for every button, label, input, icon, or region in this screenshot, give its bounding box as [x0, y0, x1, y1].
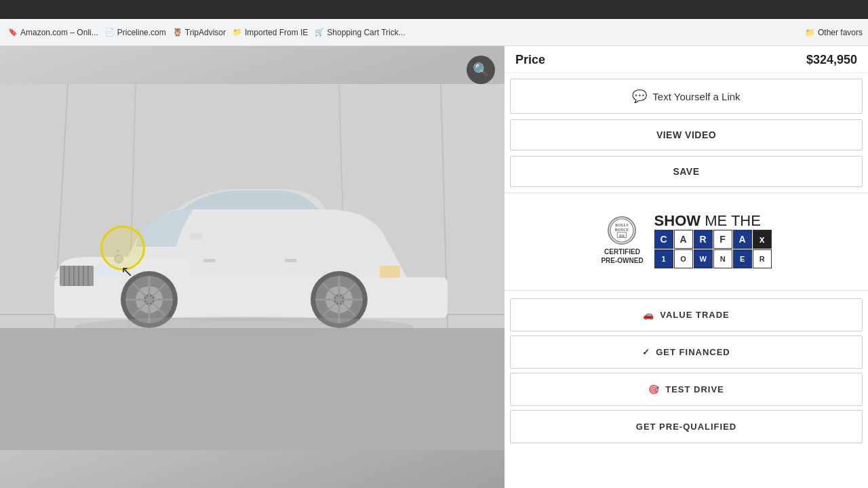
view-video-label: VIEW VIDEO — [656, 129, 716, 140]
test-drive-label: TEST DRIVE — [665, 384, 724, 394]
svg-text:ROLLS: ROLLS — [616, 223, 629, 227]
get-financed-label: GET FINANCED — [656, 347, 730, 357]
price-row: Price $324,950 — [505, 46, 868, 73]
owner-cell-o: O — [674, 249, 693, 268]
svg-text:ROYCE: ROYCE — [615, 227, 629, 231]
svg-text:✦: ✦ — [115, 247, 121, 255]
browser-titlebar — [0, 0, 868, 19]
text-link-label: Text Yourself a Link — [652, 91, 740, 102]
shopping-icon: 🛒 — [315, 28, 324, 37]
svg-point-38 — [115, 255, 123, 263]
bookmark-priceline[interactable]: 📄 Priceline.com — [102, 26, 169, 39]
svg-rect-36 — [285, 259, 297, 262]
divider-1 — [505, 192, 868, 193]
chat-icon: 💬 — [632, 89, 647, 104]
page-content: ✦ ↖ 🔍 Price $324,950 💬 Text Yourself a L… — [0, 46, 868, 488]
car-svg: ✦ — [0, 84, 505, 450]
bookmark-tripadvisor[interactable]: 🦉 TripAdvisor — [170, 26, 229, 39]
carfax-letter-c: C — [654, 230, 673, 249]
details-panel: Price $324,950 💬 Text Yourself a Link VI… — [505, 46, 868, 488]
bottom-buttons: 🚗 VALUE TRADE ✓ GET FINANCED 🎯 TEST DRIV… — [505, 296, 868, 445]
price-value: $324,950 — [806, 53, 857, 67]
tripadvisor-icon: 🦉 — [173, 28, 182, 37]
save-button[interactable]: SAVE — [510, 156, 863, 187]
owner-cell-r: R — [753, 249, 772, 268]
svg-rect-17 — [95, 264, 119, 277]
svg-rect-18 — [380, 266, 400, 278]
get-pre-qualified-button[interactable]: GET PRE-QUALIFIED — [510, 410, 863, 443]
rolls-logo: ROLLS ROYCE RR — [608, 216, 636, 245]
get-pre-qualified-label: GET PRE-QUALIFIED — [636, 422, 736, 432]
carfax-letter-a2: A — [733, 230, 752, 249]
folder-icon: 📁 — [805, 28, 815, 37]
steering-icon: 🎯 — [648, 384, 660, 394]
car-image: ✦ ↖ 🔍 — [0, 46, 505, 488]
browser-toolbar: 🔖 Amazon.com – Onli... 📄 Priceline.com 🦉… — [0, 19, 868, 46]
imported-icon: 📁 — [233, 28, 242, 37]
car-trade-icon: 🚗 — [643, 310, 654, 320]
svg-text:RR: RR — [619, 233, 625, 237]
svg-rect-37 — [190, 233, 202, 240]
show-me-the-text: SHOW ME THE — [654, 212, 761, 230]
car-image-area: ✦ ↖ 🔍 — [0, 46, 505, 488]
svg-rect-35 — [203, 259, 216, 262]
zoom-button[interactable]: 🔍 — [467, 56, 495, 84]
bookmarks-bar: 🔖 Amazon.com – Onli... 📄 Priceline.com 🦉… — [5, 26, 801, 39]
rolls-royce-badge: ROLLS ROYCE RR CERTIFIED PRE-OWNED — [601, 216, 643, 265]
carfax-letter-f: F — [713, 230, 732, 249]
svg-rect-9 — [54, 277, 448, 318]
owner-cell-e: E — [733, 249, 752, 268]
divider-2 — [505, 290, 868, 291]
bookmark-shopping[interactable]: 🛒 Shopping Cart Trick... — [312, 26, 408, 39]
owner-cell-w: W — [694, 249, 713, 268]
zoom-icon: 🔍 — [473, 62, 490, 78]
other-favorites: 📁 Other favors — [805, 28, 863, 37]
test-drive-button[interactable]: 🎯 TEST DRIVE — [510, 373, 863, 406]
owner-cell-n: N — [713, 249, 732, 268]
one-owner-row: 1 O W N E R — [654, 249, 772, 268]
carfax-letter-x: x — [753, 230, 772, 249]
check-icon: ✓ — [642, 347, 650, 357]
svg-point-40 — [75, 317, 414, 337]
price-label: Price — [515, 53, 545, 67]
text-yourself-link-button[interactable]: 💬 Text Yourself a Link — [510, 79, 863, 114]
cursor-arrow: ↖ — [121, 263, 133, 281]
save-label: SAVE — [673, 166, 699, 177]
value-trade-label: VALUE TRADE — [660, 310, 729, 320]
owner-cell-1: 1 — [654, 249, 673, 268]
carfax-logo[interactable]: SHOW ME THE C A R F A x 1 O W N E — [654, 212, 772, 268]
bookmark-imported[interactable]: 📁 Imported From IE — [230, 26, 311, 39]
priceline-icon: 📄 — [105, 28, 115, 37]
view-video-button[interactable]: VIEW VIDEO — [510, 119, 863, 150]
certified-text: CERTIFIED PRE-OWNED — [601, 247, 643, 265]
carfax-area: ROLLS ROYCE RR CERTIFIED PRE-OWNED SHOW … — [510, 201, 863, 282]
carfax-letter-r: R — [694, 230, 713, 249]
bookmark-amazon[interactable]: 🔖 Amazon.com – Onli... — [5, 26, 101, 39]
carfax-letter-a: A — [674, 230, 693, 249]
get-financed-button[interactable]: ✓ GET FINANCED — [510, 336, 863, 369]
amazon-icon: 🔖 — [8, 28, 18, 37]
value-trade-button[interactable]: 🚗 VALUE TRADE — [510, 298, 863, 331]
carfax-letters-row: C A R F A x — [654, 230, 772, 249]
